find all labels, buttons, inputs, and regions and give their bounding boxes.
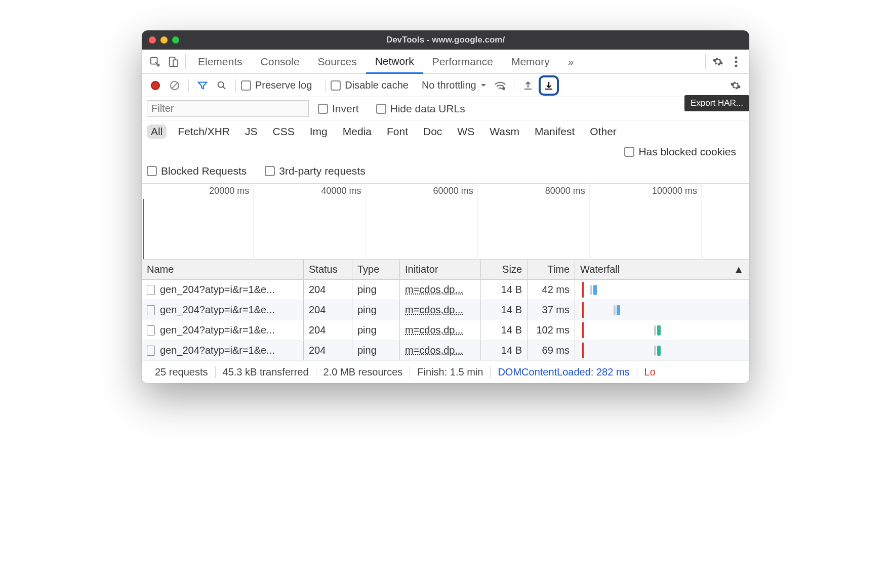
type-filter-css[interactable]: CSS <box>269 124 299 139</box>
throttling-label: No throttling <box>422 79 476 91</box>
file-icon <box>147 346 155 356</box>
col-waterfall[interactable]: Waterfall▲ <box>575 260 749 279</box>
col-initiator[interactable]: Initiator <box>400 260 481 279</box>
import-har-icon[interactable] <box>519 77 537 94</box>
divider <box>185 54 186 69</box>
col-status[interactable]: Status <box>304 260 352 279</box>
more-tabs-button[interactable]: » <box>559 50 583 73</box>
close-window-button[interactable] <box>149 36 156 44</box>
svg-point-4 <box>735 60 738 63</box>
svg-rect-10 <box>545 89 552 90</box>
type-filter-img[interactable]: Img <box>306 124 332 139</box>
has-blocked-cookies-checkbox[interactable]: Has blocked cookies <box>624 146 736 158</box>
throttling-select[interactable]: No throttling <box>419 79 490 91</box>
type-filter-fetchxhr[interactable]: Fetch/XHR <box>174 124 234 139</box>
blocked-requests-label: Blocked Requests <box>161 165 247 177</box>
type-filter-other[interactable]: Other <box>586 124 621 139</box>
filter-icon[interactable] <box>194 77 211 94</box>
third-party-label: 3rd-party requests <box>279 165 365 177</box>
request-initiator[interactable]: m=cdos,dp... <box>405 284 463 296</box>
request-status: 204 <box>304 341 352 360</box>
resource-type-filters: AllFetch/XHRJSCSSImgMediaFontDocWSWasmMa… <box>142 120 749 162</box>
status-finish: Finish: 1.5 min <box>410 366 491 378</box>
divider <box>235 79 236 92</box>
device-toolbar-icon[interactable] <box>164 53 182 71</box>
tab-console[interactable]: Console <box>252 50 309 73</box>
type-filter-all[interactable]: All <box>147 124 167 139</box>
request-status: 204 <box>304 280 352 300</box>
minimize-window-button[interactable] <box>160 36 168 44</box>
type-filter-media[interactable]: Media <box>339 124 376 139</box>
invert-checkbox[interactable]: Invert <box>318 103 359 115</box>
search-icon[interactable] <box>213 77 230 94</box>
maximize-window-button[interactable] <box>172 36 179 44</box>
tab-label: Performance <box>432 56 493 68</box>
request-row[interactable]: gen_204?atyp=i&r=1&e...204pingm=cdos,dp.… <box>142 280 749 300</box>
tab-elements[interactable]: Elements <box>189 50 252 73</box>
request-name: gen_204?atyp=i&r=1&e... <box>160 324 275 336</box>
request-type: ping <box>352 341 400 360</box>
type-filter-manifest[interactable]: Manifest <box>531 124 579 139</box>
panel-settings-icon[interactable] <box>727 77 744 94</box>
request-size: 14 B <box>481 280 528 300</box>
tab-network[interactable]: Network <box>366 50 423 74</box>
third-party-checkbox[interactable]: 3rd-party requests <box>265 165 365 177</box>
preserve-log-label: Preserve log <box>255 79 312 91</box>
type-filter-ws[interactable]: WS <box>453 124 478 139</box>
tab-label: Network <box>375 55 414 67</box>
tab-sources[interactable]: Sources <box>309 50 366 73</box>
svg-rect-2 <box>173 60 178 66</box>
col-name[interactable]: Name <box>142 260 304 279</box>
hide-data-urls-label: Hide data URLs <box>390 103 465 115</box>
col-size[interactable]: Size <box>481 260 528 279</box>
request-row[interactable]: gen_204?atyp=i&r=1&e...204pingm=cdos,dp.… <box>142 341 749 361</box>
request-row[interactable]: gen_204?atyp=i&r=1&e...204pingm=cdos,dp.… <box>142 300 749 320</box>
svg-point-5 <box>735 64 738 67</box>
waterfall-track <box>580 280 744 300</box>
tab-performance[interactable]: Performance <box>423 50 502 73</box>
requests-body: gen_204?atyp=i&r=1&e...204pingm=cdos,dp.… <box>142 280 749 361</box>
request-name: gen_204?atyp=i&r=1&e... <box>160 345 275 356</box>
network-conditions-icon[interactable] <box>492 77 509 94</box>
type-filter-font[interactable]: Font <box>383 124 412 139</box>
file-icon <box>147 305 155 315</box>
request-initiator[interactable]: m=cdos,dp... <box>405 304 463 316</box>
svg-point-8 <box>502 87 505 90</box>
hide-data-urls-checkbox[interactable]: Hide data URLs <box>376 103 465 115</box>
col-type[interactable]: Type <box>352 260 400 279</box>
record-button[interactable] <box>147 77 164 94</box>
traffic-lights <box>149 36 179 44</box>
preserve-log-checkbox[interactable]: Preserve log <box>241 79 312 91</box>
disable-cache-label: Disable cache <box>345 79 409 91</box>
status-domcontentloaded: DOMContentLoaded: 282 ms <box>491 366 637 378</box>
inspect-element-icon[interactable] <box>146 53 164 71</box>
request-initiator[interactable]: m=cdos,dp... <box>405 345 463 356</box>
status-requests: 25 requests <box>148 366 216 378</box>
col-time[interactable]: Time <box>528 260 575 279</box>
chevron-down-icon <box>480 83 487 88</box>
sort-ascending-icon: ▲ <box>734 264 744 275</box>
status-transferred: 45.3 kB transferred <box>216 366 316 378</box>
settings-icon[interactable] <box>709 53 727 71</box>
divider <box>188 79 189 92</box>
kebab-menu-icon[interactable] <box>727 53 745 71</box>
filter-input[interactable] <box>147 100 309 117</box>
request-type: ping <box>352 320 400 340</box>
type-filter-wasm[interactable]: Wasm <box>485 124 523 139</box>
tab-memory[interactable]: Memory <box>502 50 559 73</box>
request-type: ping <box>352 300 400 320</box>
titlebar: DevTools - www.google.com/ <box>142 30 749 50</box>
clear-button[interactable] <box>166 77 183 94</box>
request-initiator[interactable]: m=cdos,dp... <box>405 324 463 336</box>
tab-label: Sources <box>318 56 357 68</box>
type-filter-doc[interactable]: Doc <box>419 124 446 139</box>
request-row[interactable]: gen_204?atyp=i&r=1&e...204pingm=cdos,dp.… <box>142 320 749 341</box>
disable-cache-checkbox[interactable]: Disable cache <box>331 79 409 91</box>
divider <box>325 79 326 92</box>
blocked-requests-checkbox[interactable]: Blocked Requests <box>147 165 247 177</box>
overview-timeline[interactable]: 20000 ms40000 ms60000 ms80000 ms100000 m… <box>142 184 749 260</box>
type-filter-js[interactable]: JS <box>241 124 262 139</box>
request-status: 204 <box>304 320 352 340</box>
export-har-icon[interactable] <box>541 78 556 93</box>
svg-point-3 <box>735 56 738 59</box>
